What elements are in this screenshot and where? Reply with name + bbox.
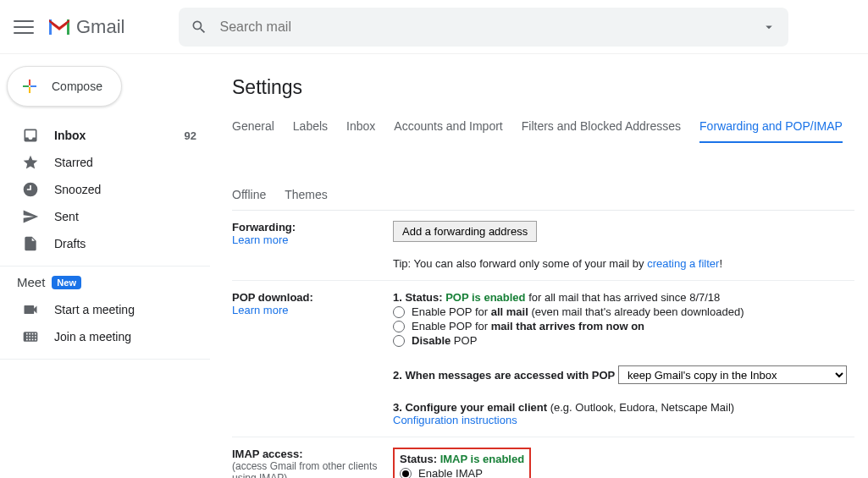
t: mail that arrives from now on [491,320,644,332]
pop-option-now-on[interactable]: Enable POP for mail that arrives from no… [393,320,854,332]
radio-icon[interactable] [393,335,405,347]
meet-heading: Meet New [0,275,217,289]
tab-filters[interactable]: Filters and Blocked Addresses [522,111,681,142]
product-name: Gmail [76,16,124,38]
imap-highlight-box: Status: IMAP is enabled Enable IMAP Disa… [393,448,531,478]
sidebar: Compose Inbox 92 Starred Snoozed Sent Dr… [0,54,217,478]
tab-forwarding[interactable]: Forwarding and POP/IMAP [699,111,843,143]
pop-line3: 3. Configure your email client (e.g. Out… [393,401,854,414]
tip-excl: ! [719,257,722,270]
radio-icon[interactable] [393,321,405,332]
t: POP [451,334,477,347]
sidebar-label: Snoozed [54,183,101,196]
t: all mail [491,305,528,318]
tab-general[interactable]: General [232,111,274,142]
send-icon [22,208,39,225]
sidebar-label: Starred [54,156,93,169]
pop-l1c: for all mail that has arrived since 8/7/… [526,291,721,304]
pop-status-line: 1. Status: POP is enabled for all mail t… [393,291,854,304]
radio-icon[interactable] [393,306,405,318]
add-forwarding-button[interactable]: Add a forwarding address [393,221,537,242]
t: (even mail that's already been downloade… [528,305,744,318]
video-icon [22,301,39,318]
plus-icon [19,76,40,96]
sidebar-item-inbox[interactable]: Inbox 92 [0,122,217,149]
inbox-icon [22,127,39,144]
tab-themes[interactable]: Themes [285,179,328,210]
page-title: Settings [232,76,854,99]
star-icon [22,154,39,171]
imap-sa: Status: [400,453,440,465]
sidebar-item-starred[interactable]: Starred [0,149,217,176]
sidebar-label: Sent [54,210,79,223]
main-menu-icon[interactable] [14,17,34,37]
forwarding-title: Forwarding: [232,221,393,234]
tab-inbox[interactable]: Inbox [346,111,375,142]
inbox-count: 92 [185,129,196,142]
tab-offline[interactable]: Offline [232,179,266,210]
meet-join[interactable]: Join a meeting [0,323,217,350]
search-options-icon[interactable] [761,19,777,35]
pop-l3a: 3. Configure your email client [393,401,547,414]
pop-option-disable[interactable]: Disable POP [393,334,854,347]
tip-text: Tip: You can also forward only some of y… [393,257,647,270]
sidebar-item-sent[interactable]: Sent [0,203,217,230]
settings-tabs: General Labels Inbox Accounts and Import… [232,111,854,211]
keyboard-icon [22,328,39,345]
create-filter-link[interactable]: creating a filter [647,257,719,270]
pop-option-all[interactable]: Enable POP for all mail (even mail that'… [393,305,854,318]
radio-icon[interactable] [400,468,412,479]
tab-labels[interactable]: Labels [293,111,328,142]
new-badge: New [52,276,81,289]
pop-l2: 2. When messages are accessed with POP [393,369,615,382]
meet-title: Meet [17,275,45,289]
t: Enable IMAP [418,467,483,478]
imap-status-line: Status: IMAP is enabled [400,453,524,465]
section-pop: POP download: Learn more 1. Status: POP … [232,281,854,437]
forwarding-tip: Tip: You can also forward only some of y… [393,257,854,270]
pop-access-select[interactable]: keep Gmail's copy in the Inbox [618,365,847,384]
pop-l1a: 1. Status: [393,291,445,304]
app-header: Gmail [0,0,868,54]
file-icon [22,235,39,252]
search-bar[interactable] [179,8,788,47]
pop-line2: 2. When messages are accessed with POP k… [393,365,854,384]
compose-button[interactable]: Compose [7,66,122,107]
imap-sb: IMAP is enabled [440,453,524,465]
meet-start[interactable]: Start a meeting [0,296,217,323]
t: Enable POP for [412,320,491,332]
imap-enable[interactable]: Enable IMAP [400,467,524,478]
t: Disable [412,334,451,347]
clock-icon [22,181,39,198]
forwarding-learn-more[interactable]: Learn more [232,234,288,246]
imap-title: IMAP access: [232,448,393,460]
sidebar-label: Drafts [54,237,86,250]
tab-accounts[interactable]: Accounts and Import [394,111,502,142]
meet-label: Start a meeting [54,303,135,316]
gmail-icon [47,18,71,36]
search-icon [191,19,207,36]
t: Enable POP for [412,305,491,318]
section-imap: IMAP access: (access Gmail from other cl… [232,437,854,478]
settings-content: Settings General Labels Inbox Accounts a… [217,54,868,478]
gmail-logo[interactable]: Gmail [47,16,124,38]
search-input[interactable] [219,19,751,35]
sidebar-item-snoozed[interactable]: Snoozed [0,176,217,203]
pop-learn-more[interactable]: Learn more [232,304,288,316]
pop-title: POP download: [232,291,393,304]
sidebar-item-drafts[interactable]: Drafts [0,230,217,257]
meet-label: Join a meeting [54,330,131,343]
section-forwarding: Forwarding: Learn more Add a forwarding … [232,211,854,281]
pop-l1b: POP is enabled [445,291,525,304]
configuration-link[interactable]: Configuration instructions [393,414,517,426]
compose-label: Compose [52,80,102,93]
sidebar-label: Inbox [54,129,86,142]
pop-l3b: (e.g. Outlook, Eudora, Netscape Mail) [547,401,734,414]
imap-subtitle: (access Gmail from other clients using I… [232,460,393,478]
